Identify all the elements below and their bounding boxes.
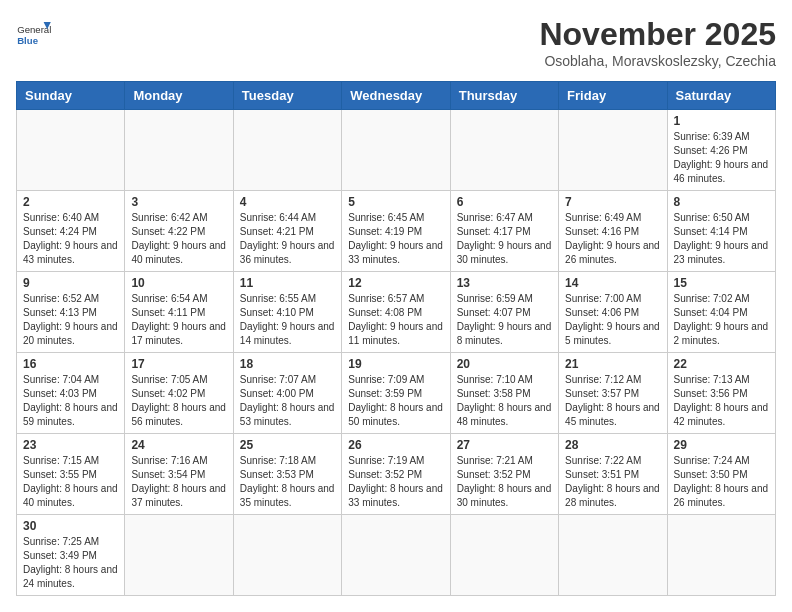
day-number: 25 [240, 438, 335, 452]
calendar-cell [559, 110, 667, 191]
calendar-cell [17, 110, 125, 191]
day-info: Sunrise: 7:05 AM Sunset: 4:02 PM Dayligh… [131, 373, 226, 429]
calendar-cell [233, 110, 341, 191]
calendar-cell [559, 515, 667, 596]
day-number: 26 [348, 438, 443, 452]
calendar-table: SundayMondayTuesdayWednesdayThursdayFrid… [16, 81, 776, 596]
calendar-cell: 12Sunrise: 6:57 AM Sunset: 4:08 PM Dayli… [342, 272, 450, 353]
day-number: 9 [23, 276, 118, 290]
day-info: Sunrise: 7:10 AM Sunset: 3:58 PM Dayligh… [457, 373, 552, 429]
day-number: 21 [565, 357, 660, 371]
calendar-cell: 15Sunrise: 7:02 AM Sunset: 4:04 PM Dayli… [667, 272, 775, 353]
day-info: Sunrise: 7:22 AM Sunset: 3:51 PM Dayligh… [565, 454, 660, 510]
calendar-week-row: 2Sunrise: 6:40 AM Sunset: 4:24 PM Daylig… [17, 191, 776, 272]
day-number: 11 [240, 276, 335, 290]
weekday-header-wednesday: Wednesday [342, 82, 450, 110]
day-info: Sunrise: 6:49 AM Sunset: 4:16 PM Dayligh… [565, 211, 660, 267]
calendar-cell: 27Sunrise: 7:21 AM Sunset: 3:52 PM Dayli… [450, 434, 558, 515]
day-number: 24 [131, 438, 226, 452]
month-title: November 2025 [539, 16, 776, 53]
weekday-header-monday: Monday [125, 82, 233, 110]
weekday-header-sunday: Sunday [17, 82, 125, 110]
calendar-week-row: 23Sunrise: 7:15 AM Sunset: 3:55 PM Dayli… [17, 434, 776, 515]
day-number: 30 [23, 519, 118, 533]
calendar-cell: 6Sunrise: 6:47 AM Sunset: 4:17 PM Daylig… [450, 191, 558, 272]
calendar-week-row: 16Sunrise: 7:04 AM Sunset: 4:03 PM Dayli… [17, 353, 776, 434]
calendar-cell: 2Sunrise: 6:40 AM Sunset: 4:24 PM Daylig… [17, 191, 125, 272]
weekday-header-friday: Friday [559, 82, 667, 110]
day-info: Sunrise: 6:55 AM Sunset: 4:10 PM Dayligh… [240, 292, 335, 348]
day-number: 5 [348, 195, 443, 209]
day-number: 20 [457, 357, 552, 371]
calendar-cell [125, 110, 233, 191]
calendar-cell: 19Sunrise: 7:09 AM Sunset: 3:59 PM Dayli… [342, 353, 450, 434]
calendar-cell [342, 110, 450, 191]
day-number: 12 [348, 276, 443, 290]
day-number: 14 [565, 276, 660, 290]
day-info: Sunrise: 7:18 AM Sunset: 3:53 PM Dayligh… [240, 454, 335, 510]
calendar-cell: 26Sunrise: 7:19 AM Sunset: 3:52 PM Dayli… [342, 434, 450, 515]
calendar-cell: 25Sunrise: 7:18 AM Sunset: 3:53 PM Dayli… [233, 434, 341, 515]
calendar-cell: 30Sunrise: 7:25 AM Sunset: 3:49 PM Dayli… [17, 515, 125, 596]
day-info: Sunrise: 7:04 AM Sunset: 4:03 PM Dayligh… [23, 373, 118, 429]
calendar-week-row: 1Sunrise: 6:39 AM Sunset: 4:26 PM Daylig… [17, 110, 776, 191]
day-info: Sunrise: 7:07 AM Sunset: 4:00 PM Dayligh… [240, 373, 335, 429]
day-number: 27 [457, 438, 552, 452]
day-number: 1 [674, 114, 769, 128]
day-number: 28 [565, 438, 660, 452]
calendar-cell [450, 515, 558, 596]
calendar-cell: 7Sunrise: 6:49 AM Sunset: 4:16 PM Daylig… [559, 191, 667, 272]
day-info: Sunrise: 7:21 AM Sunset: 3:52 PM Dayligh… [457, 454, 552, 510]
calendar-cell [342, 515, 450, 596]
calendar-cell: 14Sunrise: 7:00 AM Sunset: 4:06 PM Dayli… [559, 272, 667, 353]
weekday-header-saturday: Saturday [667, 82, 775, 110]
day-number: 22 [674, 357, 769, 371]
day-info: Sunrise: 6:44 AM Sunset: 4:21 PM Dayligh… [240, 211, 335, 267]
calendar-cell: 18Sunrise: 7:07 AM Sunset: 4:00 PM Dayli… [233, 353, 341, 434]
day-info: Sunrise: 6:39 AM Sunset: 4:26 PM Dayligh… [674, 130, 769, 186]
day-number: 4 [240, 195, 335, 209]
calendar-cell: 20Sunrise: 7:10 AM Sunset: 3:58 PM Dayli… [450, 353, 558, 434]
day-info: Sunrise: 7:09 AM Sunset: 3:59 PM Dayligh… [348, 373, 443, 429]
day-info: Sunrise: 6:54 AM Sunset: 4:11 PM Dayligh… [131, 292, 226, 348]
day-info: Sunrise: 7:13 AM Sunset: 3:56 PM Dayligh… [674, 373, 769, 429]
weekday-header-row: SundayMondayTuesdayWednesdayThursdayFrid… [17, 82, 776, 110]
day-info: Sunrise: 7:15 AM Sunset: 3:55 PM Dayligh… [23, 454, 118, 510]
day-info: Sunrise: 7:12 AM Sunset: 3:57 PM Dayligh… [565, 373, 660, 429]
calendar-week-row: 30Sunrise: 7:25 AM Sunset: 3:49 PM Dayli… [17, 515, 776, 596]
day-number: 29 [674, 438, 769, 452]
day-number: 2 [23, 195, 118, 209]
calendar-cell: 23Sunrise: 7:15 AM Sunset: 3:55 PM Dayli… [17, 434, 125, 515]
logo-icon: General Blue [16, 16, 52, 52]
calendar-cell: 17Sunrise: 7:05 AM Sunset: 4:02 PM Dayli… [125, 353, 233, 434]
calendar-cell: 8Sunrise: 6:50 AM Sunset: 4:14 PM Daylig… [667, 191, 775, 272]
day-number: 15 [674, 276, 769, 290]
calendar-cell: 16Sunrise: 7:04 AM Sunset: 4:03 PM Dayli… [17, 353, 125, 434]
calendar-cell: 29Sunrise: 7:24 AM Sunset: 3:50 PM Dayli… [667, 434, 775, 515]
calendar-cell: 1Sunrise: 6:39 AM Sunset: 4:26 PM Daylig… [667, 110, 775, 191]
day-info: Sunrise: 7:02 AM Sunset: 4:04 PM Dayligh… [674, 292, 769, 348]
calendar-cell: 9Sunrise: 6:52 AM Sunset: 4:13 PM Daylig… [17, 272, 125, 353]
day-info: Sunrise: 6:45 AM Sunset: 4:19 PM Dayligh… [348, 211, 443, 267]
weekday-header-tuesday: Tuesday [233, 82, 341, 110]
calendar-cell: 21Sunrise: 7:12 AM Sunset: 3:57 PM Dayli… [559, 353, 667, 434]
day-info: Sunrise: 6:42 AM Sunset: 4:22 PM Dayligh… [131, 211, 226, 267]
calendar-cell: 13Sunrise: 6:59 AM Sunset: 4:07 PM Dayli… [450, 272, 558, 353]
calendar-cell [233, 515, 341, 596]
day-info: Sunrise: 6:40 AM Sunset: 4:24 PM Dayligh… [23, 211, 118, 267]
calendar-cell: 11Sunrise: 6:55 AM Sunset: 4:10 PM Dayli… [233, 272, 341, 353]
day-number: 8 [674, 195, 769, 209]
day-info: Sunrise: 7:00 AM Sunset: 4:06 PM Dayligh… [565, 292, 660, 348]
title-section: November 2025 Osoblaha, Moravskoslezsky,… [539, 16, 776, 69]
svg-text:Blue: Blue [17, 35, 38, 46]
day-number: 7 [565, 195, 660, 209]
calendar-week-row: 9Sunrise: 6:52 AM Sunset: 4:13 PM Daylig… [17, 272, 776, 353]
day-info: Sunrise: 7:16 AM Sunset: 3:54 PM Dayligh… [131, 454, 226, 510]
calendar-cell: 5Sunrise: 6:45 AM Sunset: 4:19 PM Daylig… [342, 191, 450, 272]
day-info: Sunrise: 6:57 AM Sunset: 4:08 PM Dayligh… [348, 292, 443, 348]
logo: General Blue [16, 16, 52, 52]
day-number: 13 [457, 276, 552, 290]
day-info: Sunrise: 6:59 AM Sunset: 4:07 PM Dayligh… [457, 292, 552, 348]
day-number: 3 [131, 195, 226, 209]
day-number: 16 [23, 357, 118, 371]
